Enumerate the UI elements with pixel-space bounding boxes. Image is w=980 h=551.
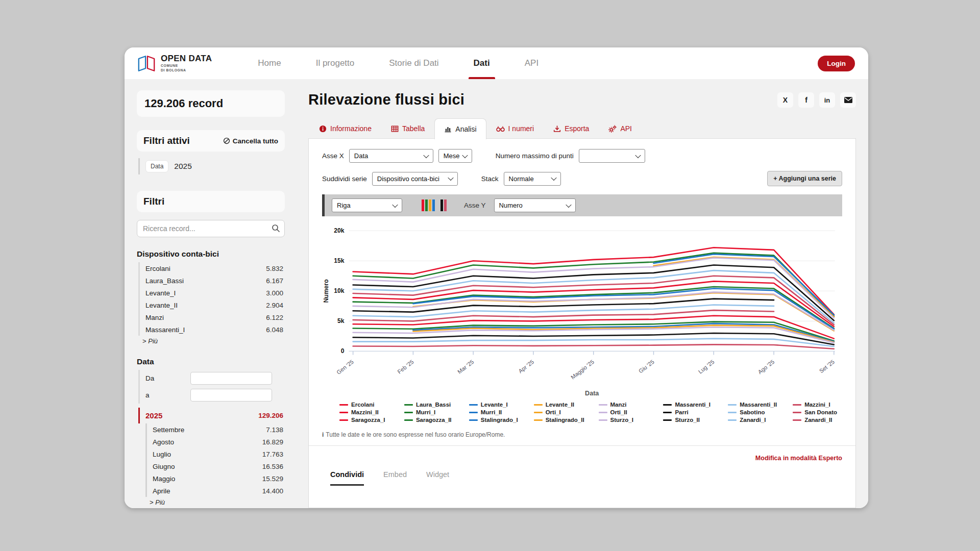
email-share-button[interactable]	[840, 92, 856, 108]
facet-month-maggio[interactable]: Maggio15.529	[147, 472, 285, 485]
max-points-select[interactable]	[579, 149, 645, 163]
axis-x-granularity-select[interactable]: Mese	[438, 149, 472, 163]
series-type-select[interactable]: Riga	[332, 198, 402, 212]
facet-device-laura_bassi[interactable]: Laura_Bassi6.167	[140, 274, 285, 287]
legend-item-Levante_II[interactable]: Levante_II	[534, 402, 594, 408]
tab-tabella[interactable]: Tabella	[381, 118, 434, 139]
table-icon	[391, 125, 399, 133]
date-from-input[interactable]	[190, 372, 272, 385]
legend-item-Massarenti_II[interactable]: Massarenti_II	[728, 402, 788, 408]
share-tab-embed[interactable]: Embed	[383, 470, 407, 486]
facet-device-ercolani[interactable]: Ercolani5.832	[140, 262, 285, 274]
legend-item-Massarenti_I[interactable]: Massarenti_I	[663, 402, 723, 408]
legend-item-Sturzo_I[interactable]: Sturzo_I	[599, 417, 658, 423]
facet-month-luglio[interactable]: Luglio17.763	[147, 448, 285, 460]
legend-item-Parri[interactable]: Parri	[663, 409, 723, 415]
legend-color-dash	[339, 419, 348, 421]
legend-item-Zanardi_I[interactable]: Zanardi_I	[728, 417, 788, 423]
facebook-share-button[interactable]: f	[798, 92, 814, 108]
nav-item-il-progetto[interactable]: Il progetto	[314, 47, 357, 79]
legend-item-Zanardi_II[interactable]: Zanardi_II	[793, 417, 852, 423]
facet-year-2025[interactable]: 2025 129.206	[138, 408, 285, 423]
legend-item-Levante_I[interactable]: Levante_I	[469, 402, 529, 408]
legend-item-Manzi[interactable]: Manzi	[599, 402, 658, 408]
expert-mode-link[interactable]: Modifica in modalità Esperto	[755, 455, 842, 462]
share-tab-condividi[interactable]: Condividi	[330, 470, 364, 486]
color-palette-swatch[interactable]	[422, 199, 447, 211]
add-series-button[interactable]: + Aggiungi una serie	[767, 171, 842, 186]
facet-count: 16.536	[262, 463, 283, 470]
facet-month-settembre[interactable]: Settembre7.138	[147, 423, 285, 436]
legend-item-Mazzini_I[interactable]: Mazzini_I	[793, 402, 852, 408]
legend-item-Ercolani[interactable]: Ercolani	[339, 402, 399, 408]
date-to-input[interactable]	[190, 389, 272, 402]
facet-device-levante_ii[interactable]: Levante_II2.904	[140, 299, 285, 311]
svg-text:Feb '25: Feb '25	[396, 359, 414, 375]
legend-label: Orti_II	[610, 409, 627, 415]
tab-analisi[interactable]: Analisi	[434, 118, 486, 139]
tab-api[interactable]: API	[599, 118, 642, 139]
logo-subtitle: COMUNE DI BOLOGNA	[161, 64, 212, 72]
analysis-panel: Asse X Data Mese Numero massimo di punti…	[308, 138, 856, 508]
login-button[interactable]: Login	[818, 56, 855, 71]
legend-color-dash	[339, 412, 348, 413]
legend-label: Stalingrado_I	[481, 417, 518, 423]
legend-label: San Donato	[804, 409, 837, 415]
split-series-select[interactable]: Dispositivo conta-bici	[372, 172, 458, 186]
tab-esporta[interactable]: Esporta	[544, 118, 599, 139]
nav-item-home[interactable]: Home	[256, 47, 283, 79]
active-filter-chip[interactable]: Data 2025	[138, 158, 285, 174]
facet-count: 5.832	[266, 265, 283, 272]
axis-x-field-select[interactable]: Data	[349, 149, 433, 163]
svg-text:Maggio '25: Maggio '25	[570, 359, 595, 381]
legend-color-dash	[534, 412, 543, 413]
legend-item-Laura_Bassi[interactable]: Laura_Bassi	[404, 402, 464, 408]
site-logo[interactable]: OPEN DATA COMUNE DI BOLOGNA	[137, 54, 212, 72]
facet-device-massarenti_i[interactable]: Massarenti_I6.048	[140, 323, 285, 336]
month-more-link[interactable]: > Più	[144, 497, 285, 506]
share-tab-widget[interactable]: Widget	[426, 470, 449, 486]
stack-select[interactable]: Normale	[504, 172, 561, 186]
share-tabs: CondividiEmbedWidget	[322, 470, 842, 486]
nav-item-api[interactable]: API	[523, 47, 541, 79]
facet-label: Aprile	[153, 487, 170, 495]
legend-item-San Donato[interactable]: San Donato	[793, 409, 852, 415]
facet-month-aprile[interactable]: Aprile14.400	[147, 485, 285, 497]
svg-text:Set '25: Set '25	[818, 359, 836, 374]
legend-item-Stalingrado_I[interactable]: Stalingrado_I	[469, 417, 529, 423]
legend-item-Sturzo_II[interactable]: Sturzo_II	[663, 417, 723, 423]
clear-all-filters-button[interactable]: Cancella tutto	[223, 137, 278, 145]
svg-text:Apr '25: Apr '25	[517, 359, 535, 374]
legend-color-dash	[404, 419, 413, 421]
legend-item-Mazzini_II[interactable]: Mazzini_II	[339, 409, 399, 415]
app-window: OPEN DATA COMUNE DI BOLOGNA HomeIl proge…	[125, 47, 868, 508]
legend-item-Stalingrado_II[interactable]: Stalingrado_II	[534, 417, 594, 423]
legend-color-dash	[793, 419, 801, 421]
legend-item-Saragozza_I[interactable]: Saragozza_I	[339, 417, 399, 423]
svg-text:Ago '25: Ago '25	[757, 359, 776, 375]
nav-item-dati[interactable]: Dati	[472, 47, 492, 79]
tab-i-numeri[interactable]: I numeri	[486, 118, 544, 139]
legend-item-Murri_I[interactable]: Murri_I	[404, 409, 464, 415]
page-title: Rilevazione flussi bici	[308, 91, 464, 108]
linkedin-share-button[interactable]: in	[819, 92, 835, 108]
axis-y-select[interactable]: Numero	[494, 198, 576, 212]
legend-item-Sabotino[interactable]: Sabotino	[728, 409, 788, 415]
legend-item-Murri_II[interactable]: Murri_II	[469, 409, 529, 415]
facet-count: 16.829	[262, 438, 283, 446]
legend-item-Orti_II[interactable]: Orti_II	[599, 409, 658, 415]
legend-item-Orti_I[interactable]: Orti_I	[534, 409, 594, 415]
legend-item-Saragozza_II[interactable]: Saragozza_II	[404, 417, 464, 423]
tab-informazione[interactable]: Informazione	[309, 118, 381, 139]
facet-month-giugno[interactable]: Giugno16.536	[147, 460, 285, 472]
facet-month-agosto[interactable]: Agosto16.829	[147, 436, 285, 448]
nav-item-storie-di-dati[interactable]: Storie di Dati	[387, 47, 440, 79]
facet-device-manzi[interactable]: Manzi6.122	[140, 311, 285, 323]
device-more-link[interactable]: > Più	[137, 336, 285, 345]
search-input[interactable]	[137, 220, 285, 237]
legend-label: Saragozza_I	[351, 417, 385, 423]
legend-label: Massarenti_I	[675, 402, 710, 408]
legend-label: Zanardi_II	[804, 417, 832, 423]
x-share-button[interactable]: X	[777, 92, 793, 108]
facet-device-levante_i[interactable]: Levante_I3.000	[140, 287, 285, 299]
